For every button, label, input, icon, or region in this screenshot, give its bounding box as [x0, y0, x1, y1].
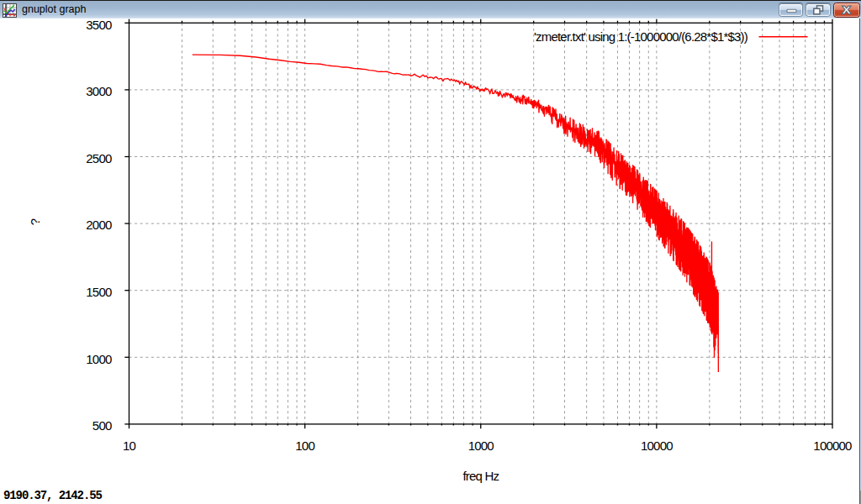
svg-text:2000: 2000: [86, 218, 112, 232]
svg-text:freq Hz: freq Hz: [462, 469, 499, 483]
svg-text:3500: 3500: [86, 18, 112, 32]
svg-text:100000: 100000: [813, 438, 852, 453]
svg-text:1000: 1000: [468, 438, 494, 453]
svg-text:1000: 1000: [86, 352, 112, 366]
svg-text:10000: 10000: [641, 438, 673, 453]
svg-text:'zmeter.txt' using 1:(-1000000: 'zmeter.txt' using 1:(-1000000/(6.28*$1*…: [534, 29, 748, 44]
svg-text:10: 10: [123, 438, 136, 453]
svg-text:500: 500: [92, 418, 112, 433]
svg-text:2500: 2500: [86, 151, 112, 165]
svg-text:?: ?: [28, 218, 42, 225]
svg-text:1500: 1500: [86, 285, 112, 299]
svg-text:3000: 3000: [86, 84, 112, 98]
svg-text:100: 100: [295, 438, 314, 453]
